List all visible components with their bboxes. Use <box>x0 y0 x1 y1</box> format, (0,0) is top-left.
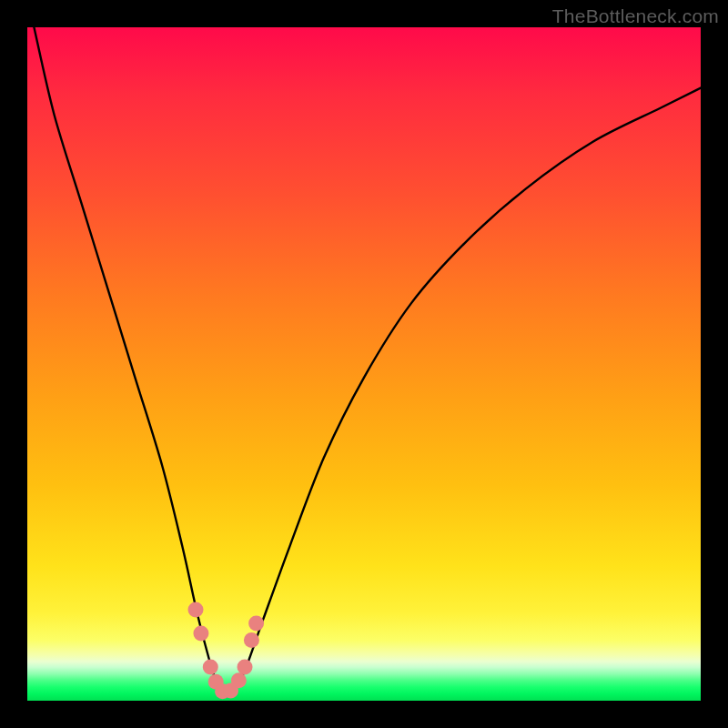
curve-marker <box>238 660 253 675</box>
chart-overlay-svg <box>27 27 701 701</box>
curve-marker <box>193 626 208 642</box>
chart-frame: TheBottleneck.com <box>0 0 728 728</box>
curve-marker <box>248 615 264 631</box>
bottleneck-curve <box>34 27 701 694</box>
watermark-text: TheBottleneck.com <box>552 5 719 27</box>
curve-marker <box>188 602 204 618</box>
curve-marker <box>231 672 247 688</box>
curve-marker <box>203 660 218 675</box>
chart-plot-area <box>27 27 701 701</box>
curve-marker <box>244 632 259 648</box>
